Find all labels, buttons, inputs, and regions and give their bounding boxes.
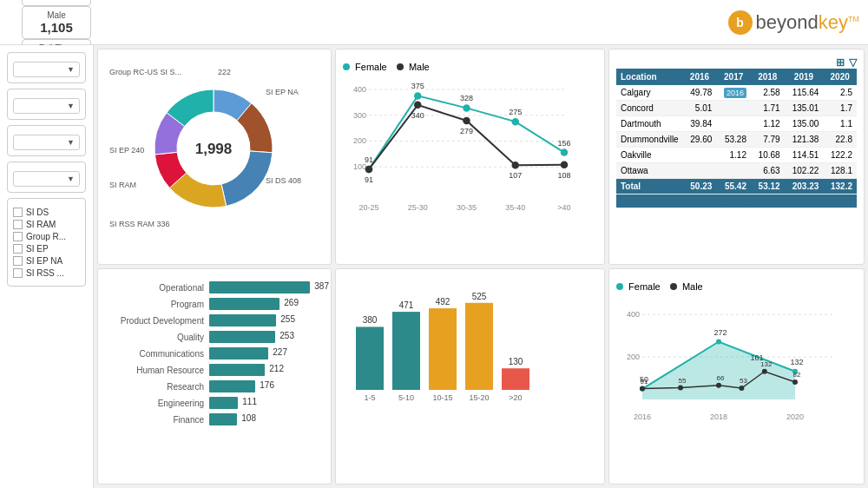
table-row: Calgary49.7820162.58115.642.5 bbox=[616, 85, 857, 101]
loc-prev[interactable]: ◀ bbox=[727, 196, 734, 206]
bu-bar-value: 111 bbox=[242, 397, 257, 406]
svg-point-75 bbox=[739, 386, 744, 391]
age-legend: Female Male bbox=[343, 62, 597, 72]
bu-bar-value: 176 bbox=[260, 380, 274, 390]
svg-text:2016: 2016 bbox=[634, 412, 651, 421]
loc-col-header: 2019 bbox=[785, 69, 824, 85]
filter-icon[interactable]: ▽ bbox=[849, 56, 857, 69]
group-item[interactable]: SI EP NA bbox=[13, 256, 80, 266]
expand-icon[interactable]: ⊞ bbox=[836, 56, 845, 69]
bu-bar-fill: 227 bbox=[209, 347, 268, 359]
svg-rect-53 bbox=[502, 368, 529, 390]
std-female-label: Female bbox=[628, 281, 661, 292]
bu-bar-value: 269 bbox=[284, 298, 299, 307]
bu-bar-value: 227 bbox=[273, 347, 287, 357]
svg-rect-44 bbox=[392, 312, 420, 390]
tenure-panel: 3801-54715-1049210-1552515-20130>20 bbox=[335, 268, 605, 485]
svg-text:66: 66 bbox=[717, 374, 725, 382]
loc-next[interactable]: ▶ bbox=[739, 196, 746, 206]
bu-bar-label: Human Resource bbox=[105, 366, 209, 375]
logo: b beyondkeyTM bbox=[728, 10, 859, 35]
svg-text:130: 130 bbox=[509, 357, 523, 366]
bu-bar-fill: 212 bbox=[209, 364, 265, 376]
svg-text:91: 91 bbox=[365, 155, 373, 164]
svg-text:25-30: 25-30 bbox=[408, 203, 428, 212]
bu-bar-value: 212 bbox=[269, 364, 284, 373]
svg-text:53: 53 bbox=[740, 377, 747, 385]
svg-rect-41 bbox=[356, 326, 384, 390]
loc-col-header: 2018 bbox=[751, 69, 785, 85]
business-unit-filter: ▼ bbox=[7, 162, 86, 193]
locations-select[interactable]: ▼ bbox=[13, 98, 80, 114]
bu-panel: Operational 387 Program 269 Product Deve… bbox=[97, 268, 332, 485]
std-panel: Female Male 2004002016201820205027213251… bbox=[608, 268, 865, 485]
org-select[interactable]: ▼ bbox=[13, 135, 80, 150]
group-item[interactable]: SI EP bbox=[13, 244, 80, 254]
loc-col-header: 2016 bbox=[683, 69, 717, 85]
group-item[interactable]: Group R... bbox=[13, 232, 80, 241]
svg-text:108: 108 bbox=[557, 171, 570, 180]
bu-bar-row: Operational 387 bbox=[105, 281, 324, 293]
group-checkbox[interactable] bbox=[13, 256, 23, 266]
svg-text:300: 300 bbox=[353, 111, 366, 120]
svg-text:15-20: 15-20 bbox=[469, 393, 489, 402]
svg-point-69 bbox=[640, 386, 645, 392]
group-checkbox[interactable] bbox=[13, 268, 23, 278]
svg-point-77 bbox=[762, 369, 767, 374]
logo-text: beyondkeyTM bbox=[756, 11, 859, 34]
svg-point-23 bbox=[415, 93, 421, 99]
group-checkbox[interactable] bbox=[13, 232, 23, 241]
svg-text:275: 275 bbox=[509, 108, 522, 116]
bu-bar-label: Finance bbox=[105, 415, 209, 425]
tenure-chart: 3801-54715-1049210-1552515-20130>20 bbox=[343, 281, 551, 425]
group-checkbox[interactable] bbox=[13, 244, 23, 254]
bu-bar-label: Communications bbox=[105, 349, 209, 359]
female-legend-dot bbox=[343, 63, 350, 70]
std-male-label: Male bbox=[682, 281, 703, 292]
svg-point-33 bbox=[415, 102, 421, 108]
org-arrow: ▼ bbox=[67, 138, 75, 147]
bu-bar-row: Human Resource 212 bbox=[105, 364, 324, 376]
svg-text:107: 107 bbox=[509, 171, 522, 180]
table-row: Concord5.011.71135.011.7 bbox=[616, 101, 857, 116]
bu-bar-row: Product Development 255 bbox=[105, 314, 324, 326]
content-area: 1,998Group RC-US SI S...SI EP 240SI RAMS… bbox=[94, 45, 868, 488]
group-item[interactable]: SI DS bbox=[13, 208, 80, 217]
svg-text:55: 55 bbox=[679, 377, 687, 385]
svg-point-29 bbox=[562, 149, 568, 155]
group-item[interactable]: SI RSS ... bbox=[13, 268, 80, 278]
sidebar: ▼ ▼ ▼ ▼ SI DSSI RAMGroup R bbox=[0, 45, 94, 488]
svg-text:471: 471 bbox=[399, 300, 414, 310]
svg-text:82: 82 bbox=[793, 371, 801, 379]
svg-text:10-15: 10-15 bbox=[432, 393, 452, 402]
age-panel: Female Male 10020030040020-2525-3030-353… bbox=[335, 49, 605, 265]
bu-bar-label: Product Development bbox=[105, 316, 209, 326]
svg-text:2018: 2018 bbox=[710, 412, 727, 421]
year-select[interactable]: ▼ bbox=[13, 62, 80, 77]
svg-text:Group RC-US SI S...: Group RC-US SI S... bbox=[109, 68, 181, 76]
stat-male: Male1,105 bbox=[22, 6, 91, 39]
svg-text:272: 272 bbox=[713, 328, 727, 337]
svg-rect-50 bbox=[465, 303, 493, 390]
svg-text:400: 400 bbox=[353, 85, 366, 94]
svg-text:525: 525 bbox=[472, 292, 487, 301]
group-checkbox[interactable] bbox=[13, 220, 23, 229]
bu-select[interactable]: ▼ bbox=[13, 171, 80, 187]
organization-filter: ▼ bbox=[7, 125, 86, 156]
group-item[interactable]: SI RAM bbox=[13, 220, 80, 229]
svg-text:400: 400 bbox=[627, 310, 640, 319]
svg-text:340: 340 bbox=[411, 111, 424, 120]
svg-rect-47 bbox=[429, 308, 457, 390]
bu-bar-value: 255 bbox=[280, 314, 295, 324]
bu-arrow: ▼ bbox=[67, 175, 75, 183]
bu-bar-label: Research bbox=[105, 382, 209, 392]
org-donut-chart: 1,998Group RC-US SI S...SI EP 240SI RAMS… bbox=[105, 62, 326, 231]
svg-point-73 bbox=[716, 383, 721, 388]
bu-bar-row: Communications 227 bbox=[105, 347, 324, 359]
logo-icon: b bbox=[728, 10, 753, 35]
header: Head Count1,998Female893Male1,105Full Ti… bbox=[0, 0, 868, 45]
svg-text:51: 51 bbox=[641, 378, 648, 386]
svg-text:SI EP NA: SI EP NA bbox=[266, 88, 299, 96]
group-checkbox[interactable] bbox=[13, 208, 23, 217]
svg-text:1-5: 1-5 bbox=[364, 393, 375, 402]
